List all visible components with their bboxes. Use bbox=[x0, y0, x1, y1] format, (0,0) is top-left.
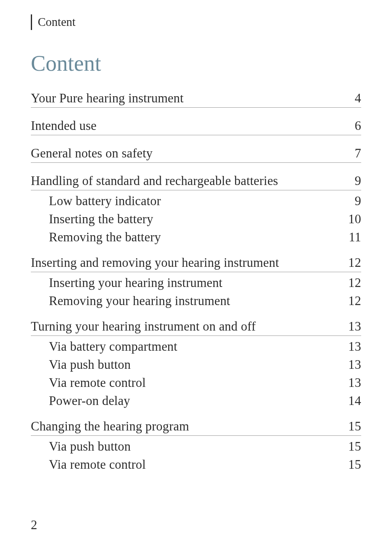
toc-section: Inserting and removing your hearing inst… bbox=[31, 255, 361, 272]
toc-subitem-page: 15 bbox=[341, 457, 361, 472]
toc-subitem-title: Removing your hearing instrument bbox=[49, 294, 341, 308]
running-head: Content bbox=[31, 14, 361, 30]
toc-subitem: Via remote control 13 bbox=[31, 375, 361, 390]
toc-section-page: 13 bbox=[341, 319, 361, 334]
toc-subitem-page: 13 bbox=[341, 357, 361, 372]
toc-subitem: Via battery compartment 13 bbox=[31, 339, 361, 354]
toc-section-title: Changing the hearing program bbox=[31, 419, 341, 434]
toc-subitem-title: Via battery compartment bbox=[49, 339, 341, 354]
toc-section: Turning your hearing instrument on and o… bbox=[31, 319, 361, 336]
toc-subitem-title: Via push button bbox=[49, 357, 341, 372]
toc-subitem-title: Via remote control bbox=[49, 457, 341, 472]
toc-subitem: Low battery indicator 9 bbox=[31, 194, 361, 208]
toc-section-page: 12 bbox=[341, 255, 361, 270]
toc-section-title: Your Pure hearing instrument bbox=[31, 91, 341, 106]
toc-section: Your Pure hearing instrument 4 bbox=[31, 91, 361, 108]
toc-subitem: Via push button 13 bbox=[31, 357, 361, 372]
toc-section: General notes on safety 7 bbox=[31, 146, 361, 163]
toc-section: Handling of standard and rechargeable ba… bbox=[31, 174, 361, 190]
toc-section-title: Inserting and removing your hearing inst… bbox=[31, 255, 341, 270]
toc-subitem-page: 10 bbox=[341, 212, 361, 227]
toc-section-title: Intended use bbox=[31, 118, 341, 133]
toc-section: Intended use 6 bbox=[31, 118, 361, 135]
toc-section-title: Handling of standard and rechargeable ba… bbox=[31, 174, 341, 188]
toc-subitem: Removing your hearing instrument 12 bbox=[31, 294, 361, 308]
toc-subitem-page: 12 bbox=[341, 275, 361, 290]
toc-section-page: 9 bbox=[341, 174, 361, 188]
page-number: 2 bbox=[31, 518, 37, 532]
toc-subitem-page: 13 bbox=[341, 339, 361, 354]
page-title: Content bbox=[31, 51, 361, 76]
toc-subitem-title: Power-on delay bbox=[49, 393, 341, 408]
toc-subitem-title: Inserting your hearing instrument bbox=[49, 275, 341, 290]
toc-section-page: 6 bbox=[341, 118, 361, 133]
toc-section-page: 4 bbox=[341, 91, 361, 106]
toc-section-page: 15 bbox=[341, 419, 361, 434]
toc-subitem-page: 11 bbox=[341, 230, 361, 245]
toc-subitem: Power-on delay 14 bbox=[31, 393, 361, 408]
document-page: Content Content Your Pure hearing instru… bbox=[0, 0, 392, 495]
toc-subitem-title: Via push button bbox=[49, 439, 341, 454]
toc-subitem: Inserting your hearing instrument 12 bbox=[31, 275, 361, 290]
toc-section-title: General notes on safety bbox=[31, 146, 341, 161]
toc-section-page: 7 bbox=[341, 146, 361, 161]
toc-section: Changing the hearing program 15 bbox=[31, 419, 361, 436]
toc-subitem-page: 9 bbox=[341, 194, 361, 208]
toc-section-title: Turning your hearing instrument on and o… bbox=[31, 319, 341, 334]
toc-subitem-page: 13 bbox=[341, 375, 361, 390]
toc-subitem-page: 15 bbox=[341, 439, 361, 454]
toc-subitem-page: 14 bbox=[341, 393, 361, 408]
toc-subitem: Removing the battery 11 bbox=[31, 230, 361, 245]
toc-subitem-title: Low battery indicator bbox=[49, 194, 341, 208]
toc-subitem-title: Via remote control bbox=[49, 375, 341, 390]
toc-subitem: Via push button 15 bbox=[31, 439, 361, 454]
toc-subitem-title: Inserting the battery bbox=[49, 212, 341, 227]
toc-subitem-title: Removing the battery bbox=[49, 230, 341, 245]
toc-subitem-page: 12 bbox=[341, 294, 361, 308]
toc-subitem: Inserting the battery 10 bbox=[31, 212, 361, 227]
toc-subitem: Via remote control 15 bbox=[31, 457, 361, 472]
